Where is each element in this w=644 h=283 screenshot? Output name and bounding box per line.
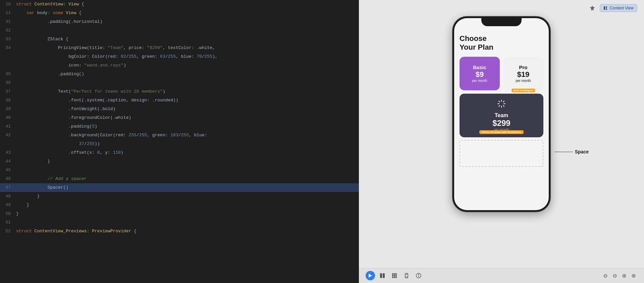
svg-rect-18	[394, 275, 395, 276]
svg-rect-13	[383, 273, 385, 278]
pro-plan-badge: Best for designer	[512, 89, 535, 92]
content-view-label: Content View	[610, 6, 634, 10]
zoom-out-button[interactable]: ⊖	[602, 272, 609, 280]
zoom-fit-button[interactable]: ⊕	[630, 272, 637, 280]
bottom-toolbar: ⊖ ⊖ ⊕ ⊕	[359, 268, 644, 283]
team-plan-badge: Perfect for teams with 20 members	[479, 130, 524, 134]
code-line-34b: bgColor: Color(red: 62/255, green: 63/25…	[0, 52, 359, 61]
code-line-32: 32	[0, 26, 359, 35]
code-line-42b: 37/255))	[0, 140, 359, 148]
code-line-42: 42 .background(Color(red: 255/255, green…	[0, 131, 359, 140]
zoom-in-button[interactable]: ⊕	[621, 272, 628, 280]
svg-rect-16	[395, 273, 397, 275]
code-line-52: 52 struct ContentView_Previews: PreviewP…	[0, 227, 359, 236]
svg-rect-1	[606, 6, 607, 8]
svg-rect-19	[395, 275, 397, 276]
code-line-37: 37 Text("Perfect for teams with 20 membe…	[0, 87, 359, 96]
team-plan-card: Team $299 per month Perfect for teams wi…	[460, 94, 543, 137]
code-line-31: 31 .padding(.horizontal)	[0, 17, 359, 26]
code-line-41: 41 .padding(5)	[0, 122, 359, 131]
code-line-46: 46 // Add a spacer	[0, 175, 359, 183]
space-indicator-line	[554, 152, 573, 152]
spacer-box	[460, 140, 543, 167]
svg-rect-14	[392, 273, 393, 275]
pro-plan-price: $19	[517, 70, 530, 79]
code-line-50: 50 }	[0, 209, 359, 218]
code-line-45: 45	[0, 166, 359, 175]
iphone-frame: ChooseYour Plan Basic $9 per month Pro $…	[453, 17, 550, 211]
plans-grid: Basic $9 per month Pro $19 per month Bes…	[460, 57, 543, 90]
space-label: Space	[575, 149, 589, 154]
pro-plan-period: per month	[516, 79, 531, 83]
svg-point-28	[418, 274, 419, 275]
preview-panel: Content View ChooseYour Plan Basi	[359, 0, 644, 283]
toolbar-right: ⊖ ⊖ ⊕ ⊕	[602, 272, 637, 280]
device-rotate-button[interactable]	[402, 271, 411, 280]
svg-line-10	[499, 105, 500, 106]
code-editor: 10 struct ContentView: View { 11 var bod…	[0, 0, 359, 283]
content-view-button[interactable]: Content View	[600, 4, 637, 12]
code-line-40: 40 .foregroundColor(.white)	[0, 113, 359, 122]
play-button[interactable]	[366, 271, 375, 280]
code-line-35: 35 .padding()	[0, 70, 359, 79]
svg-rect-17	[392, 275, 393, 276]
code-lines: 10 struct ContentView: View { 11 var bod…	[0, 0, 359, 236]
grid-3x3-button[interactable]	[390, 271, 399, 280]
svg-line-8	[503, 105, 504, 106]
zoom-out-button-2[interactable]: ⊖	[611, 272, 619, 280]
code-line-49: 49 }	[0, 201, 359, 209]
svg-rect-0	[604, 6, 605, 10]
code-line-11: 11 var body: some View {	[0, 9, 359, 17]
grid-2x1-button[interactable]	[378, 271, 387, 280]
preview-toolbar: Content View	[359, 3, 644, 15]
basic-plan-period: per month	[472, 79, 487, 83]
code-line-39: 39 .fontWeight(.bold)	[0, 105, 359, 113]
code-line-47: 47 Spacer()	[0, 183, 359, 192]
svg-rect-21	[394, 277, 395, 278]
svg-rect-22	[395, 277, 397, 278]
svg-line-7	[499, 101, 500, 102]
team-plan-price: $299	[492, 119, 510, 128]
info-button[interactable]	[414, 271, 423, 280]
app-content: ChooseYour Plan Basic $9 per month Pro $…	[454, 18, 549, 210]
app-title: ChooseYour Plan	[460, 34, 543, 52]
team-plan-icon	[497, 99, 506, 110]
code-line-36: 36	[0, 79, 359, 87]
svg-rect-15	[394, 273, 395, 275]
pro-plan-name: Pro	[519, 64, 527, 70]
code-line-33: 33 ZStack {	[0, 35, 359, 44]
svg-rect-2	[606, 8, 607, 10]
code-line-51: 51	[0, 218, 359, 227]
svg-rect-20	[392, 277, 393, 278]
svg-rect-12	[380, 273, 382, 278]
toolbar-left	[366, 271, 423, 280]
code-line-34: 34 PricingView(title: "Team", price: "$2…	[0, 44, 359, 52]
iphone-notch	[481, 17, 522, 26]
code-line-10: 10 struct ContentView: View {	[0, 0, 359, 9]
iphone-screen: ChooseYour Plan Basic $9 per month Pro $…	[454, 18, 549, 210]
basic-plan-price: $9	[476, 70, 484, 79]
svg-marker-11	[369, 274, 372, 278]
pin-button[interactable]	[588, 3, 597, 13]
code-line-38: 38 .font(.system(.caption, design: .roun…	[0, 96, 359, 105]
svg-rect-23	[405, 273, 408, 278]
basic-plan-card: Basic $9 per month	[460, 57, 500, 90]
svg-line-9	[503, 101, 504, 102]
team-plan-name: Team	[495, 112, 508, 119]
pro-plan-card: Pro $19 per month Best for designer	[503, 57, 543, 90]
code-line-48: 48 }	[0, 192, 359, 201]
code-line-44: 44 }	[0, 157, 359, 166]
code-line-43: 43 .offset(x: 0, y: 110)	[0, 148, 359, 157]
basic-plan-name: Basic	[473, 64, 486, 70]
code-line-34c: icon: "wand.and.rays")	[0, 61, 359, 70]
space-label-container: Space	[554, 149, 589, 154]
